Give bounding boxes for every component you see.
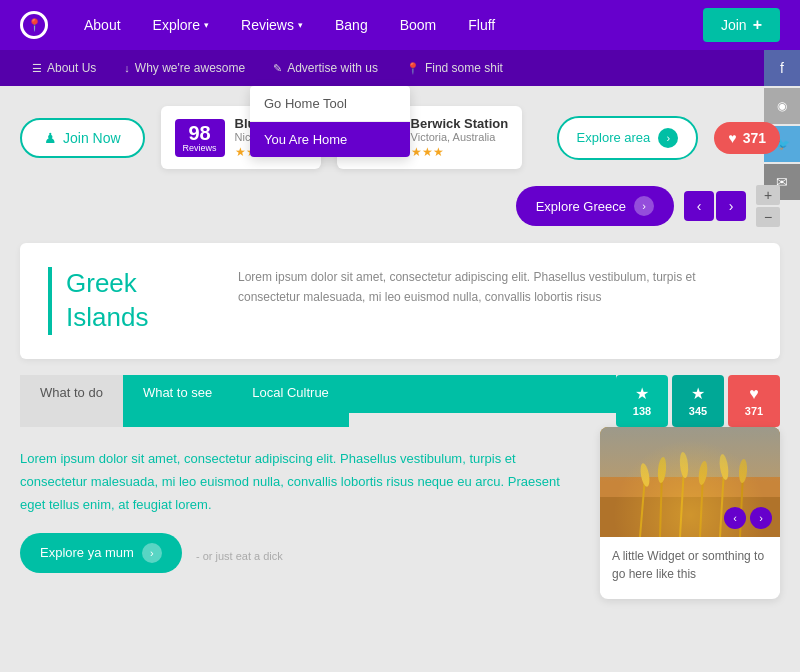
join-now-icon: ♟ bbox=[44, 130, 57, 146]
explore-mum-arrow-icon: › bbox=[142, 543, 162, 563]
tabs-and-stats-row: What to do What to see Local Cultrue ★ 1… bbox=[20, 375, 780, 427]
star-icon-1: ★ bbox=[635, 384, 649, 403]
tab-what-to-see[interactable]: What to see bbox=[123, 375, 232, 427]
sub-nav-about-us[interactable]: ☰ About Us bbox=[20, 50, 108, 86]
bottom-paragraph: Lorem ipsum dolor sit amet, consectetur … bbox=[20, 447, 580, 517]
find-icon: 📍 bbox=[406, 62, 420, 75]
navbar: About Explore ▾ Reviews ▾ Bang Boom Fluf… bbox=[0, 0, 800, 50]
nav-about[interactable]: About bbox=[68, 0, 137, 50]
facebook-icon: f bbox=[780, 60, 784, 76]
heart-icon: ♥ bbox=[728, 130, 736, 146]
logo-icon[interactable] bbox=[20, 11, 48, 39]
prev-arrow-button[interactable]: ‹ bbox=[684, 191, 714, 221]
main-area: ♟ Join Now 98 Reviews Blue Water Nice to… bbox=[0, 86, 800, 619]
tab-local-culture[interactable]: Local Cultrue bbox=[232, 375, 349, 427]
explore-greece-arrow-icon: › bbox=[634, 196, 654, 216]
greek-islands-description: Lorem ipsum dolor sit amet, consectetur … bbox=[238, 267, 752, 308]
heart-stat-icon: ♥ bbox=[749, 385, 759, 403]
explore-arrow-icon: ▾ bbox=[204, 20, 209, 30]
star-icon-2: ★ bbox=[691, 384, 705, 403]
stat-boxes: ★ 138 ★ 345 ♥ 371 bbox=[616, 375, 780, 427]
nav-bang[interactable]: Bang bbox=[319, 0, 384, 50]
nav-boom[interactable]: Boom bbox=[384, 0, 453, 50]
widget-caption: A little Widget or somthing to go here l… bbox=[600, 537, 780, 593]
stat-box-1: ★ 138 bbox=[616, 375, 668, 427]
explore-area-button[interactable]: Explore area › bbox=[557, 116, 699, 160]
tab-what-to-do[interactable]: What to do bbox=[20, 375, 123, 427]
nav-reviews[interactable]: Reviews ▾ bbox=[225, 0, 319, 50]
join-plus-icon: + bbox=[753, 16, 762, 34]
zoom-in-button[interactable]: + bbox=[756, 185, 780, 205]
tabs: What to do What to see Local Cultrue bbox=[20, 375, 349, 427]
sub-nav-find[interactable]: 📍 Find some shit bbox=[394, 50, 515, 86]
heart-badge: ♥ 371 bbox=[714, 122, 780, 154]
explore-area-arrow-icon: › bbox=[658, 128, 678, 148]
widget-card: ‹ › A little Widget or somthing to go he… bbox=[600, 427, 780, 599]
zoom-out-button[interactable]: − bbox=[756, 207, 780, 227]
greek-islands-title: Greek Islands bbox=[48, 267, 208, 335]
or-text: - or just eat a dick bbox=[196, 550, 283, 562]
stat-box-3: ♥ 371 bbox=[728, 375, 780, 427]
widget-image: ‹ › bbox=[600, 427, 780, 537]
dropdown-item-you-are-home[interactable]: You Are Home bbox=[250, 122, 410, 157]
join-button[interactable]: Join + bbox=[703, 8, 780, 42]
widget-nav: ‹ › bbox=[724, 507, 772, 529]
dropdown-item-go-home[interactable]: Go Home Tool bbox=[250, 86, 410, 122]
nav-explore[interactable]: Explore ▾ bbox=[137, 0, 225, 50]
why-awesome-icon: ↓ bbox=[124, 62, 130, 74]
review-info-2: Berwick Station Victoria, Australia ★★★ bbox=[411, 116, 509, 159]
about-us-icon: ☰ bbox=[32, 62, 42, 75]
stat-box-2: ★ 345 bbox=[672, 375, 724, 427]
zoom-controls: + − bbox=[756, 185, 780, 227]
bottom-section: Lorem ipsum dolor sit amet, consectetur … bbox=[20, 427, 780, 599]
widget-prev-button[interactable]: ‹ bbox=[724, 507, 746, 529]
join-now-button[interactable]: ♟ Join Now bbox=[20, 118, 145, 158]
nav-links: About Explore ▾ Reviews ▾ Bang Boom Fluf… bbox=[68, 0, 703, 50]
bottom-left: Lorem ipsum dolor sit amet, consectetur … bbox=[20, 427, 580, 599]
explore-greece-button[interactable]: Explore Greece › bbox=[516, 186, 674, 226]
sub-nav-advertise[interactable]: ✎ Advertise with us bbox=[261, 50, 390, 86]
sub-nav-why-awesome[interactable]: ↓ Why we're awesome bbox=[112, 50, 257, 86]
row2: Explore Greece › ‹ › + − bbox=[20, 185, 780, 227]
nav-arrows: ‹ › bbox=[684, 191, 746, 221]
greek-islands-section: Greek Islands Lorem ipsum dolor sit amet… bbox=[20, 243, 780, 359]
widget-next-button[interactable]: › bbox=[750, 507, 772, 529]
next-arrow-button[interactable]: › bbox=[716, 191, 746, 221]
reviews-arrow-icon: ▾ bbox=[298, 20, 303, 30]
sub-navbar: ☰ About Us ↓ Why we're awesome ✎ Adverti… bbox=[0, 50, 800, 86]
advertise-icon: ✎ bbox=[273, 62, 282, 75]
dropdown-menu: Go Home Tool You Are Home bbox=[250, 86, 410, 157]
facebook-button[interactable]: f bbox=[764, 50, 800, 86]
nav-fluff[interactable]: Fluff bbox=[452, 0, 511, 50]
review-badge-1: 98 Reviews bbox=[175, 119, 225, 157]
explore-mum-button[interactable]: Explore ya mum › bbox=[20, 533, 182, 573]
tab-spacer bbox=[349, 375, 616, 413]
